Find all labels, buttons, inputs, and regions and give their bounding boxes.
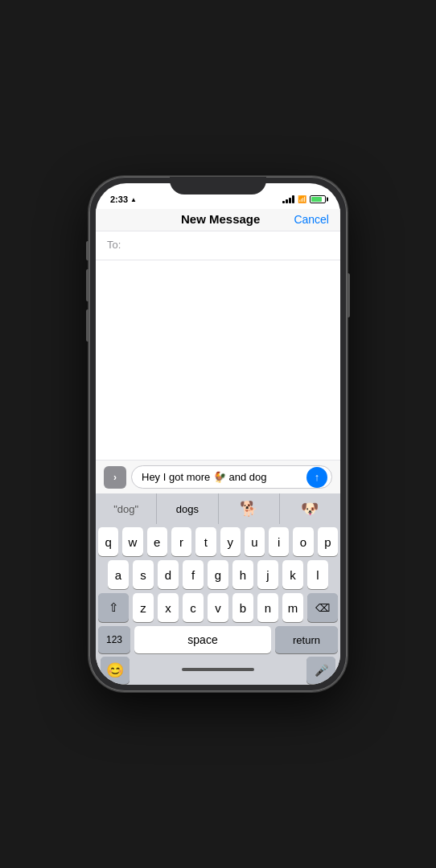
key-j[interactable]: j bbox=[257, 560, 278, 589]
to-label: To: bbox=[107, 238, 121, 251]
key-t[interactable]: t bbox=[195, 527, 216, 556]
nav-bar: New Message Cancel bbox=[96, 209, 340, 231]
autocomplete-item-3[interactable]: 🐶 bbox=[280, 493, 340, 524]
key-emoji[interactable]: 😊 bbox=[101, 657, 130, 684]
volume-down-button bbox=[86, 309, 88, 342]
space-label: space bbox=[187, 633, 217, 646]
power-button bbox=[348, 273, 350, 317]
mute-button bbox=[86, 241, 88, 260]
home-indicator-area bbox=[130, 665, 306, 676]
phone-frame: 2:33 ▲ 📶 New Message Cancel To: bbox=[89, 177, 347, 691]
delete-icon: ⌫ bbox=[315, 602, 330, 614]
message-input-row: › Hey I got more 🐓 and dog ↑ bbox=[96, 460, 340, 493]
key-p[interactable]: p bbox=[318, 527, 338, 556]
key-u[interactable]: u bbox=[245, 527, 265, 556]
mic-icon: 🎤 bbox=[315, 664, 328, 677]
wifi-icon: 📶 bbox=[298, 195, 306, 203]
key-delete[interactable]: ⌫ bbox=[307, 593, 338, 622]
notch bbox=[170, 177, 266, 194]
key-m[interactable]: m bbox=[282, 593, 303, 622]
key-n[interactable]: n bbox=[257, 593, 278, 622]
to-field[interactable]: To: bbox=[96, 231, 340, 260]
apps-icon: › bbox=[113, 472, 117, 483]
nav-title: New Message bbox=[181, 212, 260, 226]
autocomplete-label-1: dogs bbox=[176, 503, 199, 515]
key-z[interactable]: z bbox=[133, 593, 154, 622]
key-d[interactable]: d bbox=[158, 560, 179, 589]
key-mic[interactable]: 🎤 bbox=[306, 657, 335, 684]
volume-up-button bbox=[86, 269, 88, 301]
message-input-wrapper: Hey I got more 🐓 and dog ↑ bbox=[131, 465, 332, 489]
key-f[interactable]: f bbox=[183, 560, 204, 589]
keyboard: q w e r t y u i o p a s d f g h j k bbox=[96, 524, 340, 656]
location-icon: ▲ bbox=[130, 196, 137, 203]
message-body[interactable] bbox=[96, 260, 340, 460]
key-r[interactable]: r bbox=[171, 527, 191, 556]
key-s[interactable]: s bbox=[133, 560, 154, 589]
key-i[interactable]: i bbox=[269, 527, 289, 556]
key-v[interactable]: v bbox=[208, 593, 228, 622]
send-button[interactable]: ↑ bbox=[306, 467, 327, 488]
key-numbers[interactable]: 123 bbox=[98, 626, 130, 653]
signal-icon bbox=[282, 195, 294, 203]
key-a[interactable]: a bbox=[108, 560, 129, 589]
key-x[interactable]: x bbox=[158, 593, 179, 622]
time-label: 2:33 bbox=[110, 194, 128, 204]
key-o[interactable]: o bbox=[293, 527, 313, 556]
key-shift[interactable]: ⇧ bbox=[98, 593, 129, 622]
message-text: Hey I got more 🐓 and dog bbox=[142, 471, 266, 483]
home-bar bbox=[182, 668, 254, 671]
keyboard-row-3: ⇧ z x c v b n m ⌫ bbox=[98, 593, 338, 622]
autocomplete-label-3: 🐶 bbox=[301, 500, 319, 518]
send-arrow-icon: ↑ bbox=[315, 472, 320, 482]
key-y[interactable]: y bbox=[220, 527, 241, 556]
keyboard-row-4: 123 space return bbox=[98, 626, 338, 653]
keyboard-row-1: q w e r t y u i o p bbox=[98, 527, 338, 556]
key-c[interactable]: c bbox=[183, 593, 204, 622]
status-icons: 📶 bbox=[282, 195, 326, 203]
return-label: return bbox=[293, 634, 320, 646]
apps-button[interactable]: › bbox=[104, 466, 126, 489]
autocomplete-item-0[interactable]: "dog" bbox=[96, 493, 157, 524]
cancel-button[interactable]: Cancel bbox=[294, 213, 329, 226]
autocomplete-item-2[interactable]: 🐕 bbox=[219, 493, 280, 524]
autocomplete-label-0: "dog" bbox=[113, 503, 138, 515]
status-time: 2:33 ▲ bbox=[110, 194, 137, 204]
key-return[interactable]: return bbox=[275, 626, 338, 653]
key-b[interactable]: b bbox=[232, 593, 253, 622]
message-input-field[interactable]: Hey I got more 🐓 and dog bbox=[131, 465, 332, 489]
shift-icon: ⇧ bbox=[109, 600, 119, 615]
keyboard-row-2: a s d f g h j k l bbox=[98, 560, 338, 589]
bottom-row: 😊 🎤 bbox=[96, 656, 340, 685]
autocomplete-item-1[interactable]: dogs bbox=[157, 493, 218, 524]
autocomplete-label-2: 🐕 bbox=[240, 500, 257, 518]
emoji-icon: 😊 bbox=[106, 661, 124, 679]
autocomplete-bar: "dog" dogs 🐕 🐶 bbox=[96, 493, 340, 524]
battery-icon bbox=[310, 195, 326, 203]
key-g[interactable]: g bbox=[208, 560, 228, 589]
phone-screen: 2:33 ▲ 📶 New Message Cancel To: bbox=[96, 183, 340, 685]
key-k[interactable]: k bbox=[282, 560, 303, 589]
key-space[interactable]: space bbox=[134, 626, 271, 653]
key-w[interactable]: w bbox=[122, 527, 142, 556]
key-l[interactable]: l bbox=[307, 560, 328, 589]
key-q[interactable]: q bbox=[98, 527, 118, 556]
key-e[interactable]: e bbox=[147, 527, 167, 556]
numbers-label: 123 bbox=[106, 634, 122, 645]
key-h[interactable]: h bbox=[232, 560, 253, 589]
battery-fill bbox=[311, 197, 322, 202]
